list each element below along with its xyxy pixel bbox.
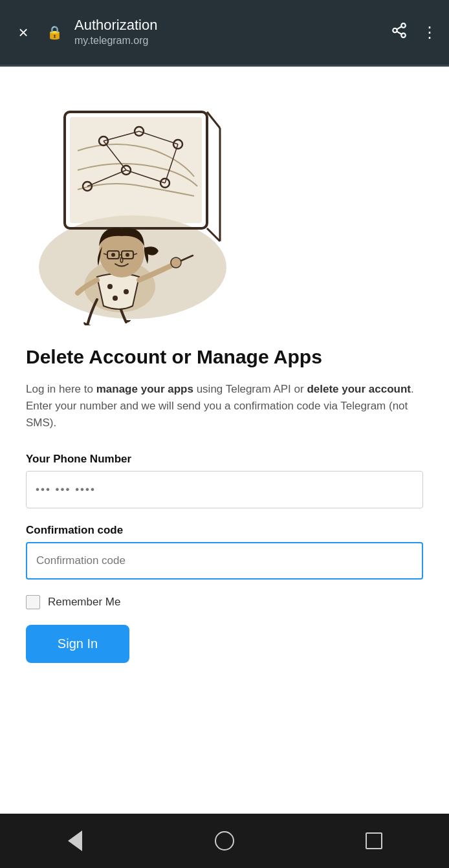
phone-input[interactable] (26, 471, 423, 508)
svg-point-35 (111, 253, 115, 257)
phone-label: Your Phone Number (26, 453, 423, 466)
illustration-container (26, 86, 423, 325)
nav-home-button[interactable] (205, 821, 244, 860)
url-bar: my.telegram.org (74, 34, 382, 48)
bottom-nav (0, 814, 449, 868)
more-options-icon[interactable]: ⋮ (422, 23, 437, 41)
desc-bold-2: delete your account (307, 383, 411, 395)
remember-me-checkbox[interactable] (26, 595, 40, 609)
delete-account-heading: Delete Account or Manage Apps (26, 345, 423, 369)
recents-square-icon (366, 832, 382, 849)
back-triangle-icon (68, 830, 82, 851)
top-bar-actions: ⋮ (391, 22, 437, 43)
sign-in-button[interactable]: Sign In (26, 625, 129, 663)
page-description: Log in here to manage your apps using Te… (26, 381, 423, 432)
svg-line-3 (397, 32, 401, 34)
remember-me-label: Remember Me (48, 596, 120, 609)
confirmation-input[interactable] (26, 542, 423, 580)
svg-point-26 (113, 296, 118, 301)
confirmation-code-group: Confirmation code (26, 524, 423, 580)
top-bar: × 🔒 Authorization my.telegram.org ⋮ (0, 0, 449, 65)
svg-point-24 (107, 284, 113, 289)
nav-recents-button[interactable] (355, 821, 393, 860)
top-bar-titles: Authorization my.telegram.org (74, 17, 382, 47)
desc-text-1: Log in here to (26, 383, 96, 395)
desc-bold-1: manage your apps (96, 383, 193, 395)
telegram-illustration (26, 86, 233, 325)
close-button[interactable]: × (12, 23, 35, 43)
phone-number-group: Your Phone Number (26, 453, 423, 508)
svg-rect-7 (70, 117, 202, 223)
svg-point-27 (171, 257, 181, 268)
lock-icon: 🔒 (47, 25, 63, 40)
main-content: Delete Account or Manage Apps Log in her… (0, 67, 449, 814)
svg-line-4 (397, 27, 401, 29)
svg-line-20 (207, 112, 220, 128)
share-icon[interactable] (391, 22, 408, 43)
page-title-bar: Authorization (74, 17, 382, 34)
home-circle-icon (215, 831, 234, 851)
desc-text-2: using Telegram API or (193, 383, 307, 395)
svg-point-36 (126, 253, 129, 257)
remember-me-row: Remember Me (26, 595, 423, 609)
nav-back-button[interactable] (56, 821, 94, 860)
confirmation-label: Confirmation code (26, 524, 423, 537)
svg-point-25 (124, 289, 129, 294)
